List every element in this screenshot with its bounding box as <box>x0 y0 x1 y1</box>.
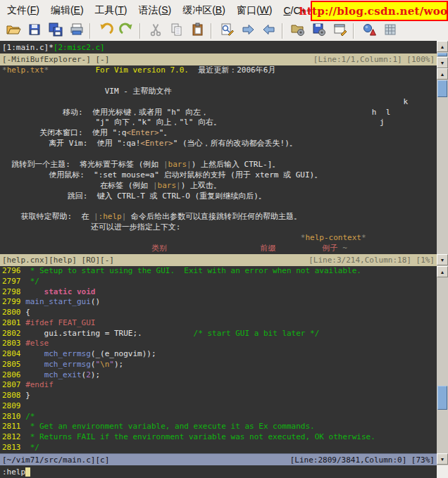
save-button[interactable] <box>24 22 45 40</box>
paste-icon <box>190 22 206 40</box>
text-segment <box>49 65 95 75</box>
find-prev-button[interactable] <box>259 22 280 40</box>
save-session-button[interactable] <box>309 22 330 40</box>
menu-item-syntax[interactable]: 语法(S) <box>133 1 178 20</box>
text-segment <box>25 349 44 358</box>
command-line-text: :help <box>2 467 25 477</box>
text-segment: 在标签 (例如 <box>2 181 153 190</box>
text-segment: 前缀 <box>260 244 275 253</box>
minibuf-scroll-down-button[interactable]: ▼ <box>437 57 448 68</box>
help-scroll-down-button[interactable]: ▼ <box>437 254 448 265</box>
redo-button[interactable] <box>116 22 137 40</box>
text-line: 2797 */ <box>2 277 437 287</box>
text-segment: <Enter> <box>126 128 158 137</box>
menu-item-window[interactable]: 窗口(W) <box>231 1 278 20</box>
code-scroll-thumb[interactable] <box>437 386 447 410</box>
scrollbar-corner <box>437 465 448 478</box>
paste-button[interactable] <box>187 22 209 40</box>
text-line: 2802 gui.starting = TRUE;. /* start GUI … <box>2 329 437 339</box>
text-segment: 2807 <box>2 380 25 389</box>
text-segment: /* <box>25 412 35 421</box>
load-session-icon <box>290 22 306 40</box>
text-segment: ~ <box>342 244 347 253</box>
print-button[interactable] <box>66 22 87 40</box>
run-script-button[interactable] <box>330 22 351 40</box>
text-segment <box>275 244 322 253</box>
text-line <box>2 76 437 87</box>
text-segment: (_(e_nogvim)); <box>91 349 156 358</box>
text-line: 类别 前缀 例子 ~ <box>2 244 437 254</box>
text-segment: | <box>163 160 168 169</box>
text-line: 关闭本窗口: 使用 ":q<Enter>"。 <box>2 128 437 139</box>
active-statusline[interactable]: [~/vim71/src/main.c][c] [Line:2809/3841,… <box>0 453 437 465</box>
save-session-icon <box>311 22 327 40</box>
text-segment: mch_errmsg <box>44 360 91 369</box>
undo-icon <box>98 22 113 40</box>
text-segment: " (当心，所有的改动都会丢失!)。 <box>173 139 297 148</box>
text-line: 2807 #endif <box>2 380 437 391</box>
text-segment: mch_exit <box>44 370 82 379</box>
help-scroll-thumb[interactable] <box>437 80 447 97</box>
text-segment: 2800 <box>2 308 25 317</box>
buffer-tab[interactable]: [2:misc2.c] <box>54 43 105 52</box>
help-statusline[interactable]: [help.cnx][help] [RO][-] [Line:3/214,Col… <box>0 254 437 266</box>
help-window[interactable]: *help.txt* For Vim version 7.0. 最近更新：200… <box>0 65 437 254</box>
toolbar-separator <box>353 23 354 39</box>
buffer-tab[interactable]: [1:main.c]* <box>2 43 54 52</box>
active-statusline-ruler: [Line:2809/3841,Column:0] [73%] <box>290 455 435 465</box>
text-segment: k <box>2 97 408 106</box>
scrollbar-column: ▲ ▼ ▲ ▼ ▲ ▼ <box>437 41 448 465</box>
text-segment: 使用鼠标: ":set mouse=a" 启动对鼠标的支持 (用于 xterm … <box>2 170 322 180</box>
open-button[interactable] <box>3 22 24 40</box>
text-segment: } <box>25 391 30 400</box>
toolbar <box>0 20 448 41</box>
text-segment: 2813 <box>2 443 25 452</box>
code-window[interactable]: 2796 * Setup to start using the GUI. Exi… <box>0 266 437 453</box>
text-line: 2805 mch_errmsg("\n"); <box>2 360 437 370</box>
toolbar-separator <box>211 23 212 39</box>
load-session-button[interactable] <box>287 22 309 40</box>
find-next-button[interactable] <box>237 22 259 40</box>
code-scroll-down-button[interactable]: ▼ <box>437 453 448 465</box>
blog-url-banner: http://blog.csdn.net/wooin <box>311 1 448 21</box>
text-line: *help-context* <box>2 233 437 244</box>
help-scroll-up-button[interactable]: ▲ <box>437 68 448 80</box>
text-line: 2810 /* <box>2 412 437 422</box>
text-segment <box>167 244 260 253</box>
code-scroll-up-button[interactable]: ▲ <box>437 266 448 277</box>
make-button[interactable] <box>359 22 380 40</box>
text-segment: static void <box>25 287 95 296</box>
menu-item-edit[interactable]: 编辑(E) <box>45 1 89 20</box>
redo-icon <box>119 22 135 40</box>
print-icon <box>69 22 85 40</box>
minibuf-statusline[interactable]: [-MiniBufExplorer-] [-] [Line:1/1,Column… <box>0 54 437 65</box>
cut-icon <box>148 22 163 40</box>
menu-item-file[interactable]: 文件(F) <box>1 1 45 20</box>
table-icon <box>382 22 398 40</box>
text-segment: 跳转到一个主题: 将光标置于标签 (例如 <box>2 160 163 169</box>
menu-item-tools[interactable]: 工具(T) <box>89 1 133 20</box>
run-script-icon <box>332 22 348 40</box>
text-segment: 离开 Vim: 使用 ":qa! <box>2 139 140 148</box>
minibuf-scroll-thumb[interactable] <box>437 53 447 56</box>
cut-button[interactable] <box>145 22 166 40</box>
save-all-icon <box>48 22 63 40</box>
text-segment <box>25 360 44 369</box>
save-all-button[interactable] <box>45 22 66 40</box>
text-segment: 2803 <box>2 339 25 348</box>
save-icon <box>27 22 42 40</box>
help-statusline-name: [help.cnx][help] [RO][-] <box>2 256 114 265</box>
make-icon <box>361 22 377 40</box>
menu-item-buffers[interactable]: 缓冲区(B) <box>177 1 231 20</box>
text-segment: 移动: 使用光标键，或者用 "h" 向左， h l <box>2 108 390 117</box>
text-segment: 2802 <box>2 329 25 338</box>
text-segment: ); <box>114 360 123 369</box>
command-line[interactable]: :help <box>0 465 437 478</box>
find-replace-button[interactable] <box>216 22 237 40</box>
minibuf-scroll-up-button[interactable]: ▲ <box>437 41 448 52</box>
text-segment: () <box>91 297 100 306</box>
copy-button[interactable] <box>166 22 187 40</box>
undo-button[interactable] <box>95 22 116 40</box>
table-button[interactable] <box>380 22 401 40</box>
text-line: 2813 */ <box>2 443 437 453</box>
